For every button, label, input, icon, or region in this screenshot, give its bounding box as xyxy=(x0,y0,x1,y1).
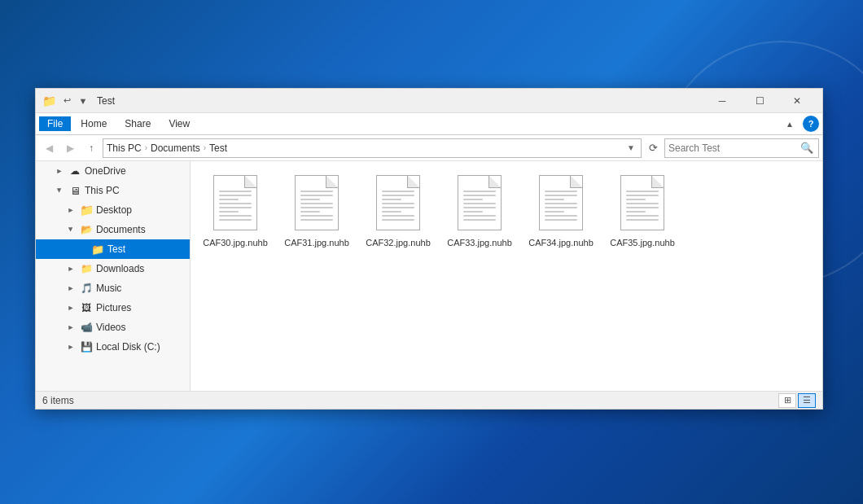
sidebar-label-downloads: Downloads xyxy=(96,263,144,274)
address-dropdown-button[interactable]: ▼ xyxy=(624,139,637,157)
maximize-button[interactable]: ☐ xyxy=(741,89,778,113)
sidebar-item-pictures[interactable]: ► 🖼 Pictures xyxy=(36,298,190,318)
title-bar: 📁 ↩ ▼ Test ─ ☐ ✕ xyxy=(36,89,822,113)
ribbon: File Home Share View ▲ ? xyxy=(36,113,822,135)
quick-properties-button[interactable]: ▼ xyxy=(76,94,90,108)
tree-arrow-test xyxy=(77,243,88,255)
sidebar-item-this-pc[interactable]: ► 🖥 This PC xyxy=(36,181,190,200)
tree-arrow-this-pc: ► xyxy=(54,185,65,196)
bc-current: Test xyxy=(209,142,227,154)
sidebar: ► ☁ OneDrive ► 🖥 This PC ► 📁 Desktop ► 📂… xyxy=(36,161,191,391)
file-name: CAF30.jpg.nuhb xyxy=(203,237,268,248)
item-count: 6 items xyxy=(42,395,74,406)
list-view-button[interactable]: ☰ xyxy=(798,393,816,408)
breadcrumb: This PC › Documents › Test xyxy=(107,142,624,154)
menu-bar: File Home Share View ▲ ? xyxy=(36,113,822,134)
folder-icon-downloads: 📁 xyxy=(80,262,93,275)
folder-icon-test: 📁 xyxy=(91,243,104,256)
file-item[interactable]: CAF34.jpg.nuhb xyxy=(524,169,598,254)
search-input[interactable] xyxy=(668,142,799,154)
drive-icon: 💾 xyxy=(80,340,93,353)
pc-icon: 🖥 xyxy=(68,184,81,197)
tree-arrow-pictures: ► xyxy=(65,302,77,313)
main-content: ► ☁ OneDrive ► 🖥 This PC ► 📁 Desktop ► 📂… xyxy=(36,161,822,391)
sidebar-label-this-pc: This PC xyxy=(85,185,120,196)
file-item[interactable]: CAF35.jpg.nuhb xyxy=(606,169,679,254)
forward-button[interactable]: ▶ xyxy=(60,138,80,158)
ribbon-collapse-button[interactable]: ▲ xyxy=(780,114,799,134)
sidebar-item-music[interactable]: ► 🎵 Music xyxy=(36,278,190,298)
sidebar-label-documents: Documents xyxy=(96,224,146,235)
explorer-window: 📁 ↩ ▼ Test ─ ☐ ✕ File Home Share View ▲ … xyxy=(35,88,823,410)
menu-file[interactable]: File xyxy=(39,116,71,131)
menu-share[interactable]: Share xyxy=(116,116,159,131)
sidebar-item-onedrive[interactable]: ► ☁ OneDrive xyxy=(36,161,190,181)
minimize-button[interactable]: ─ xyxy=(703,89,741,113)
sidebar-label-desktop: Desktop xyxy=(96,204,132,216)
file-item[interactable]: CAF32.jpg.nuhb xyxy=(361,169,435,254)
back-button[interactable]: ◀ xyxy=(39,138,59,158)
sidebar-label-local-disk: Local Disk (C:) xyxy=(96,341,160,353)
tree-arrow-documents: ► xyxy=(65,224,77,235)
search-button[interactable]: 🔍 xyxy=(799,140,815,156)
tree-arrow-desktop: ► xyxy=(65,204,77,216)
sidebar-item-local-disk[interactable]: ► 💾 Local Disk (C:) xyxy=(36,337,190,357)
file-item[interactable]: CAF30.jpg.nuhb xyxy=(199,169,272,254)
up-button[interactable]: ↑ xyxy=(81,138,101,158)
tree-arrow-onedrive: ► xyxy=(54,165,65,177)
address-bar[interactable]: This PC › Documents › Test ▼ xyxy=(103,138,642,158)
file-item[interactable]: CAF31.jpg.nuhb xyxy=(280,169,353,254)
bc-documents[interactable]: Documents xyxy=(151,142,200,154)
menu-view[interactable]: View xyxy=(160,116,198,131)
file-name: CAF34.jpg.nuhb xyxy=(528,237,594,248)
cloud-icon: ☁ xyxy=(68,164,81,177)
quick-access-toolbar: 📁 ↩ ▼ xyxy=(42,94,90,108)
tree-arrow-videos: ► xyxy=(65,322,77,333)
sidebar-item-downloads[interactable]: ► 📁 Downloads xyxy=(36,259,190,278)
menu-home[interactable]: Home xyxy=(72,116,115,131)
folder-icon-documents: 📂 xyxy=(80,223,93,236)
sidebar-item-desktop[interactable]: ► 📁 Desktop xyxy=(36,200,190,220)
sidebar-item-videos[interactable]: ► 📹 Videos xyxy=(36,318,190,337)
bc-this-pc[interactable]: This PC xyxy=(107,142,142,154)
file-name: CAF33.jpg.nuhb xyxy=(447,237,512,248)
help-button[interactable]: ? xyxy=(803,116,819,132)
navigation-bar: ◀ ▶ ↑ This PC › Documents › Test ▼ ⟳ 🔍 xyxy=(36,135,822,161)
folder-icon-music: 🎵 xyxy=(80,282,93,295)
sidebar-item-documents[interactable]: ► 📂 Documents xyxy=(36,220,190,239)
tree-arrow-downloads: ► xyxy=(65,263,77,274)
search-box: 🔍 xyxy=(664,138,819,158)
file-item[interactable]: CAF33.jpg.nuhb xyxy=(443,169,516,254)
tree-arrow-local-disk: ► xyxy=(65,341,77,353)
file-area: CAF30.jpg.nuhbCAF31.jpg.nuhbCAF32.jpg.nu… xyxy=(191,161,822,391)
window-controls: ─ ☐ ✕ xyxy=(703,89,816,113)
sidebar-label-test: Test xyxy=(107,243,125,255)
tree-arrow-music: ► xyxy=(65,283,77,294)
sidebar-item-test[interactable]: 📁 Test xyxy=(36,239,190,259)
view-buttons: ⊞ ☰ xyxy=(778,393,816,408)
sidebar-label-onedrive: OneDrive xyxy=(85,165,126,177)
titlebar-folder-icon: 📁 xyxy=(42,94,56,107)
sidebar-label-music: Music xyxy=(96,283,121,294)
folder-icon-pictures: 🖼 xyxy=(80,301,93,314)
folder-icon-desktop: 📁 xyxy=(80,204,93,217)
sidebar-label-videos: Videos xyxy=(96,322,125,333)
sidebar-label-pictures: Pictures xyxy=(96,302,131,313)
status-bar: 6 items ⊞ ☰ xyxy=(36,391,822,409)
grid-view-button[interactable]: ⊞ xyxy=(778,393,796,408)
refresh-button[interactable]: ⟳ xyxy=(643,138,663,158)
file-name: CAF32.jpg.nuhb xyxy=(366,237,431,248)
window-title: Test xyxy=(97,95,703,107)
folder-icon-videos: 📹 xyxy=(80,321,93,334)
close-button[interactable]: ✕ xyxy=(778,89,816,113)
file-name: CAF35.jpg.nuhb xyxy=(610,237,675,248)
file-name: CAF31.jpg.nuhb xyxy=(284,237,349,248)
quick-undo-button[interactable]: ↩ xyxy=(59,94,74,108)
